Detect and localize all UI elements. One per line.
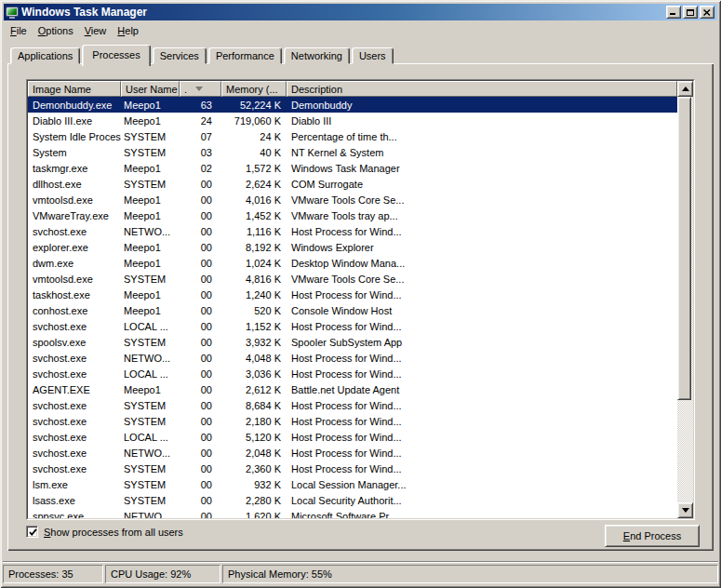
table-row[interactable]: svchost.exeLOCAL ...003,036 KHost Proces… bbox=[28, 366, 677, 381]
table-row[interactable]: sppsvc.exeNETWO001,620 KMicrosoft Softwa… bbox=[28, 508, 677, 518]
cell-memory: 40 K bbox=[221, 147, 287, 158]
table-row[interactable]: System Idle ProcessSYSTEM0724 KPercentag… bbox=[28, 128, 677, 144]
cell-description: Host Process for Wind... bbox=[287, 368, 677, 380]
tab-applications[interactable]: Applications bbox=[10, 47, 80, 64]
column-header-user-name[interactable]: User Name bbox=[121, 81, 180, 97]
column-header-label: Image Name bbox=[33, 84, 91, 95]
cell-image-name: dwm.exe bbox=[28, 258, 121, 269]
menu-hotkey: V bbox=[85, 25, 91, 36]
table-row[interactable]: svchost.exeNETWO...002,048 KHost Process… bbox=[28, 445, 677, 461]
column-header-label: . bbox=[184, 84, 187, 95]
cell-memory: 8,192 K bbox=[221, 242, 287, 253]
scrollbar-thumb[interactable] bbox=[677, 97, 691, 400]
cell-image-name: System bbox=[28, 147, 121, 158]
cell-memory: 4,048 K bbox=[221, 353, 287, 364]
column-header-memory[interactable]: Memory (... bbox=[221, 81, 287, 97]
cell-description: Battle.net Update Agent bbox=[287, 384, 677, 395]
table-row[interactable]: lsm.exeSYSTEM00932 KLocal Session Manage… bbox=[28, 476, 677, 492]
maximize-button[interactable] bbox=[683, 6, 698, 19]
table-row[interactable]: vmtoolsd.exeMeepo1004,016 KVMware Tools … bbox=[28, 192, 677, 207]
table-row[interactable]: svchost.exeSYSTEM002,180 KHost Process f… bbox=[28, 413, 677, 429]
cell-description: Windows Explorer bbox=[287, 242, 677, 253]
end-process-button[interactable]: End Process bbox=[605, 525, 700, 547]
cell-user-name: SYSTEM bbox=[121, 400, 180, 411]
cell-memory: 24 K bbox=[221, 131, 287, 142]
vertical-scrollbar[interactable] bbox=[677, 81, 693, 518]
cell-image-name: sppsvc.exe bbox=[28, 511, 121, 519]
table-row[interactable]: SystemSYSTEM0340 KNT Kernel & System bbox=[28, 144, 677, 160]
cell-cpu: 00 bbox=[180, 384, 221, 395]
table-row[interactable]: svchost.exeSYSTEM002,360 KHost Process f… bbox=[28, 461, 677, 476]
cell-memory: 1,572 K bbox=[221, 163, 287, 174]
table-row[interactable]: svchost.exeNETWO...004,048 KHost Process… bbox=[28, 350, 677, 366]
cell-memory: 1,620 K bbox=[221, 511, 287, 519]
scroll-down-button[interactable] bbox=[677, 502, 693, 518]
scrollbar-track[interactable] bbox=[677, 97, 693, 502]
cell-memory: 1,452 K bbox=[221, 210, 287, 221]
cell-description: Host Process for Wind... bbox=[287, 448, 677, 459]
tab-networking[interactable]: Networking bbox=[284, 47, 350, 64]
cell-description: Host Process for Wind... bbox=[287, 226, 677, 237]
checkmark-icon bbox=[28, 528, 38, 538]
table-row[interactable]: explorer.exeMeepo1008,192 KWindows Explo… bbox=[28, 239, 677, 255]
column-header-row: Image NameUser Name.Memory (...Descripti… bbox=[28, 81, 677, 97]
cell-memory: 2,624 K bbox=[221, 179, 287, 190]
table-row[interactable]: dwm.exeMeepo1001,024 KDesktop Window Man… bbox=[28, 255, 677, 271]
table-row[interactable]: Demonbuddy.exeMeepo16352,224 KDemonbuddy bbox=[28, 97, 677, 113]
column-header-image-name[interactable]: Image Name bbox=[28, 81, 121, 97]
cell-cpu: 00 bbox=[180, 400, 221, 411]
table-row[interactable]: taskmgr.exeMeepo1021,572 KWindows Task M… bbox=[28, 160, 677, 176]
table-row[interactable]: VMwareTray.exeMeepo1001,452 KVMware Tool… bbox=[28, 207, 677, 223]
table-row[interactable]: svchost.exeSYSTEM008,684 KHost Process f… bbox=[28, 397, 677, 413]
cell-memory: 3,932 K bbox=[221, 337, 287, 348]
cell-description: Diablo III bbox=[287, 115, 677, 127]
table-row[interactable]: dllhost.exeSYSTEM002,624 KCOM Surrogate bbox=[28, 176, 677, 192]
menu-hotkey: F bbox=[10, 25, 17, 36]
menu-item-help[interactable]: Help bbox=[112, 23, 144, 38]
scroll-up-button[interactable] bbox=[677, 81, 693, 97]
cell-description: Host Process for Wind... bbox=[287, 321, 677, 332]
table-row[interactable]: AGENT.EXEMeepo1002,612 KBattle.net Updat… bbox=[28, 381, 677, 397]
table-row[interactable]: vmtoolsd.exeSYSTEM004,816 KVMware Tools … bbox=[28, 271, 677, 287]
cell-description: VMware Tools Core Se... bbox=[287, 194, 677, 206]
cell-user-name: NETWO... bbox=[121, 353, 180, 364]
table-row[interactable]: taskhost.exeMeepo1001,240 KHost Process … bbox=[28, 287, 677, 302]
menu-item-options[interactable]: Options bbox=[33, 23, 79, 38]
column-header-[interactable]: . bbox=[180, 81, 221, 97]
cell-cpu: 00 bbox=[180, 432, 221, 443]
minimize-button[interactable] bbox=[666, 6, 681, 19]
cell-description: Host Process for Wind... bbox=[287, 353, 677, 364]
table-row[interactable]: spoolsv.exeSYSTEM003,932 KSpooler SubSys… bbox=[28, 334, 677, 350]
table-row[interactable]: Diablo III.exeMeepo124719,060 KDiablo II… bbox=[28, 113, 677, 128]
table-row[interactable]: svchost.exeLOCAL ...001,152 KHost Proces… bbox=[28, 318, 677, 334]
table-row[interactable]: conhost.exeMeepo100520 KConsole Window H… bbox=[28, 302, 677, 318]
cell-description: Local Security Authorit... bbox=[287, 495, 677, 506]
menu-item-view[interactable]: View bbox=[79, 23, 113, 38]
show-all-users-checkbox[interactable] bbox=[26, 526, 38, 538]
cell-image-name: vmtoolsd.exe bbox=[28, 194, 121, 206]
tab-services[interactable]: Services bbox=[153, 47, 207, 64]
cell-description: VMware Tools tray ap... bbox=[287, 210, 677, 221]
cell-cpu: 00 bbox=[180, 289, 221, 301]
title-bar[interactable]: Windows Task Manager bbox=[4, 4, 717, 20]
tab-performance[interactable]: Performance bbox=[208, 47, 282, 64]
menu-label: elp bbox=[125, 25, 139, 36]
cell-user-name: Meepo1 bbox=[121, 384, 180, 395]
cell-user-name: SYSTEM bbox=[121, 337, 180, 348]
table-row[interactable]: svchost.exeLOCAL ...005,120 KHost Proces… bbox=[28, 429, 677, 445]
cell-user-name: Meepo1 bbox=[121, 305, 180, 316]
close-button[interactable] bbox=[700, 6, 714, 19]
close-icon bbox=[703, 9, 711, 16]
cell-image-name: lsm.exe bbox=[28, 479, 121, 490]
cell-image-name: svchost.exe bbox=[28, 226, 121, 237]
tab-users[interactable]: Users bbox=[352, 47, 394, 64]
menu-item-file[interactable]: File bbox=[5, 23, 33, 38]
cell-user-name: Meepo1 bbox=[121, 289, 180, 301]
task-manager-icon bbox=[6, 7, 19, 19]
column-header-description[interactable]: Description bbox=[287, 81, 677, 97]
tab-processes[interactable]: Processes bbox=[82, 45, 150, 66]
table-row[interactable]: lsass.exeSYSTEM002,280 KLocal Security A… bbox=[28, 492, 677, 508]
cell-description: COM Surrogate bbox=[287, 179, 677, 190]
table-row[interactable]: svchost.exeNETWO...001,116 KHost Process… bbox=[28, 223, 677, 239]
cell-cpu: 00 bbox=[180, 194, 221, 206]
